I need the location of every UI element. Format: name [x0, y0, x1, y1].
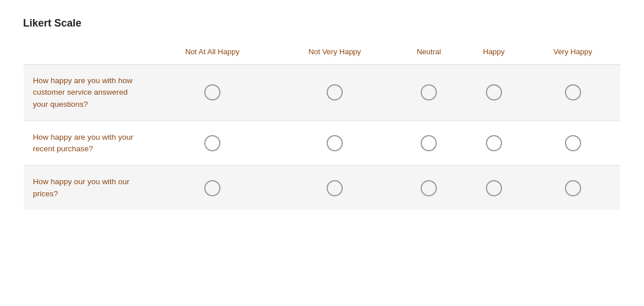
radio-q1-col5[interactable]	[565, 84, 581, 100]
radio-q3-col3[interactable]	[421, 180, 437, 196]
radio-cell-row2-col3[interactable]	[395, 121, 463, 166]
radio-cell-row1-col2[interactable]	[274, 65, 395, 121]
radio-cell-row3-col2[interactable]	[274, 166, 395, 211]
radio-q1-col2[interactable]	[327, 84, 343, 100]
radio-cell-row1-col4[interactable]	[463, 65, 526, 121]
radio-q3-col1[interactable]	[204, 180, 220, 196]
radio-cell-row2-col1[interactable]	[151, 121, 275, 166]
radio-cell-row2-col2[interactable]	[274, 121, 395, 166]
radio-q2-col2[interactable]	[327, 135, 343, 151]
col-header-neutral: Neutral	[395, 39, 463, 65]
col-header-happy: Happy	[463, 39, 526, 65]
question-cell-3: How happy our you with our prices?	[24, 166, 151, 211]
question-cell-1: How happy are you with how customer serv…	[24, 65, 151, 121]
radio-cell-row2-col5[interactable]	[525, 121, 620, 166]
radio-cell-row3-col1[interactable]	[151, 166, 275, 211]
likert-scale-table: Not At All Happy Not Very Happy Neutral …	[23, 39, 621, 211]
radio-q1-col4[interactable]	[486, 84, 502, 100]
radio-q1-col1[interactable]	[204, 84, 220, 100]
radio-q2-col1[interactable]	[204, 135, 220, 151]
table-header-row: Not At All Happy Not Very Happy Neutral …	[24, 39, 621, 65]
table-row: How happy are you with how customer serv…	[24, 65, 621, 121]
radio-cell-row3-col5[interactable]	[525, 166, 620, 211]
radio-cell-row1-col5[interactable]	[525, 65, 620, 121]
radio-q3-col5[interactable]	[565, 180, 581, 196]
page-title: Likert Scale	[23, 17, 621, 29]
radio-cell-row3-col3[interactable]	[395, 166, 463, 211]
col-header-question	[24, 39, 151, 65]
question-cell-2: How happy are you with your recent purch…	[24, 121, 151, 166]
radio-q3-col2[interactable]	[327, 180, 343, 196]
table-row: How happy are you with your recent purch…	[24, 121, 621, 166]
radio-cell-row1-col3[interactable]	[395, 65, 463, 121]
radio-q2-col4[interactable]	[486, 135, 502, 151]
radio-q1-col3[interactable]	[421, 84, 437, 100]
radio-cell-row1-col1[interactable]	[151, 65, 275, 121]
radio-cell-row3-col4[interactable]	[463, 166, 526, 211]
radio-q2-col3[interactable]	[421, 135, 437, 151]
radio-q3-col4[interactable]	[486, 180, 502, 196]
col-header-very-happy: Very Happy	[525, 39, 620, 65]
col-header-not-at-all-happy: Not At All Happy	[151, 39, 275, 65]
col-header-not-very-happy: Not Very Happy	[274, 39, 395, 65]
radio-cell-row2-col4[interactable]	[463, 121, 526, 166]
radio-q2-col5[interactable]	[565, 135, 581, 151]
table-row: How happy our you with our prices?	[24, 166, 621, 211]
